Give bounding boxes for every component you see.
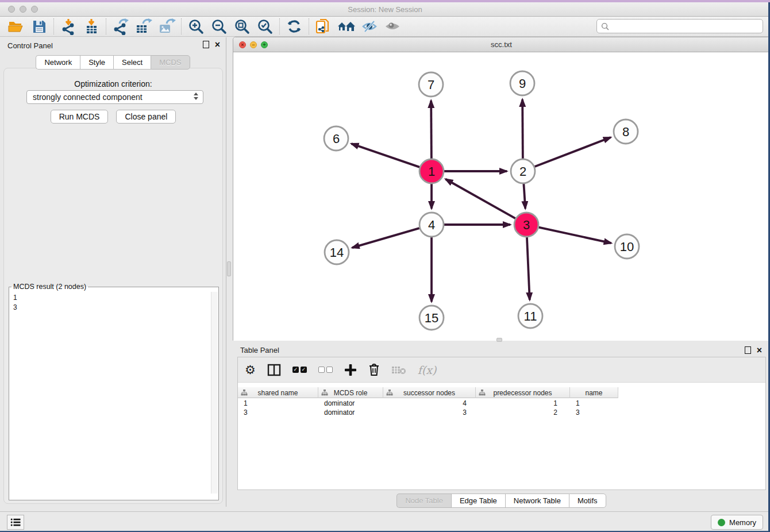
zoom-out-button[interactable] xyxy=(207,17,230,36)
column-header-successor-nodes[interactable]: successor nodes xyxy=(383,387,476,398)
zoom-selected-icon xyxy=(257,18,273,34)
graph-edge-2-9[interactable] xyxy=(522,99,523,159)
show-all-button[interactable] xyxy=(381,17,404,36)
import-table-button[interactable] xyxy=(80,17,103,36)
float-table-panel-icon[interactable] xyxy=(745,346,751,354)
zoom-out-icon xyxy=(211,18,227,34)
export-table-button[interactable] xyxy=(132,17,155,36)
graph-edge-1-7[interactable] xyxy=(431,101,432,159)
cell-successor-nodes[interactable]: 3 xyxy=(383,408,476,417)
graph-node-label: 6 xyxy=(333,132,340,146)
graph-edge-3-11[interactable] xyxy=(527,237,530,300)
close-panel-button[interactable]: Close panel xyxy=(116,110,176,124)
graph-edge-2-3[interactable] xyxy=(523,184,525,209)
open-session-button[interactable] xyxy=(5,17,28,36)
search-field[interactable] xyxy=(596,19,763,33)
column-header-predecessor-nodes[interactable]: predecessor nodes xyxy=(476,387,570,398)
toolbar-separator xyxy=(181,18,182,34)
network-graph[interactable]: 1234678910111415 xyxy=(233,52,769,341)
cell-predecessor-nodes[interactable]: 1 xyxy=(476,399,570,408)
column-header-label: predecessor nodes xyxy=(493,389,552,397)
gear-icon: ⚙ xyxy=(245,363,256,377)
zoom-selected-button[interactable] xyxy=(253,17,276,36)
task-history-button[interactable] xyxy=(7,515,24,530)
cell-MCDS-role[interactable]: dominator xyxy=(318,399,383,408)
column-header-shared-name[interactable]: shared name xyxy=(238,387,318,398)
clone-network-button[interactable] xyxy=(312,17,335,36)
delete-table-button[interactable] xyxy=(391,361,406,379)
home-button[interactable] xyxy=(335,17,358,36)
export-image-button[interactable] xyxy=(155,17,178,36)
memory-button[interactable]: Memory xyxy=(711,515,763,530)
column-type-icon xyxy=(386,390,393,396)
tab-style[interactable]: Style xyxy=(80,55,113,70)
delete-row-button[interactable] xyxy=(368,361,380,379)
graph-node-label: 4 xyxy=(428,218,435,232)
tab-select[interactable]: Select xyxy=(113,55,151,70)
tab-edge-table[interactable]: Edge Table xyxy=(451,494,505,508)
cell-name[interactable]: 3 xyxy=(570,408,618,417)
graph-node-label: 1 xyxy=(428,164,435,179)
graph-node-label: 10 xyxy=(620,240,634,254)
zoom-in-button[interactable] xyxy=(184,17,207,36)
cell-predecessor-nodes[interactable]: 2 xyxy=(476,408,570,417)
table-row[interactable]: 1dominator411 xyxy=(238,399,618,408)
deselect-all-button[interactable] xyxy=(318,361,333,379)
toolbar-separator xyxy=(53,18,54,34)
select-all-button[interactable]: ✓ ✓ xyxy=(292,361,307,379)
refresh-button[interactable] xyxy=(283,17,306,36)
import-network-button[interactable] xyxy=(57,17,80,36)
graph-edge-3-10[interactable] xyxy=(538,228,611,243)
canvas-splitter-handle[interactable] xyxy=(496,338,502,342)
cell-shared-name[interactable]: 3 xyxy=(238,408,318,417)
column-header-label: successor nodes xyxy=(403,389,455,397)
function-builder-button[interactable]: f(x) xyxy=(418,361,437,379)
float-panel-icon[interactable] xyxy=(203,41,209,48)
desktop-edge-top xyxy=(0,0,770,2)
network-window-titlebar[interactable]: × − + scc.txt xyxy=(233,37,769,52)
graph-node-label: 9 xyxy=(519,76,526,91)
table-panel-title: Table Panel xyxy=(240,346,279,354)
save-session-button[interactable] xyxy=(28,17,51,36)
graph-edge-4-14[interactable] xyxy=(352,228,419,248)
column-header-MCDS-role[interactable]: MCDS role xyxy=(318,387,383,398)
mcds-result-text[interactable]: 1 3 xyxy=(10,292,218,494)
control-panel-title: Control Panel xyxy=(7,41,53,50)
network-canvas[interactable]: 1234678910111415 xyxy=(233,52,769,341)
graph-edge-3-1[interactable] xyxy=(445,179,515,218)
panel-splitter-handle[interactable] xyxy=(227,261,231,276)
criterion-dropdown[interactable]: strongly connected component xyxy=(26,90,203,104)
graph-node-label: 15 xyxy=(425,311,438,325)
graph-node-label: 11 xyxy=(524,309,537,323)
mcds-tab-content: Optimization criterion: strongly connect… xyxy=(3,68,223,504)
cell-shared-name[interactable]: 1 xyxy=(238,399,318,408)
column-header-name[interactable]: name xyxy=(570,387,618,398)
search-input[interactable] xyxy=(612,21,763,32)
column-type-icon xyxy=(241,390,248,396)
result-scrollbar[interactable] xyxy=(211,292,218,494)
table-row[interactable]: 3dominator323 xyxy=(238,408,618,417)
close-panel-icon[interactable]: × xyxy=(215,41,220,48)
column-settings-button[interactable]: ⚙ xyxy=(245,361,256,379)
tab-network[interactable]: Network xyxy=(36,55,80,70)
cell-MCDS-role[interactable]: dominator xyxy=(318,408,383,417)
zoom-fit-button[interactable] xyxy=(230,17,253,36)
table-header-row: shared nameMCDS rolesuccessor nodesprede… xyxy=(238,387,618,398)
column-header-label: name xyxy=(585,389,602,397)
graph-edge-2-8[interactable] xyxy=(535,137,611,167)
search-icon xyxy=(601,22,609,30)
tab-network-table[interactable]: Network Table xyxy=(505,494,569,508)
run-mcds-button[interactable]: Run MCDS xyxy=(51,110,109,124)
add-row-button[interactable] xyxy=(344,361,357,379)
hide-selected-button[interactable] xyxy=(358,17,381,36)
tab-node-table[interactable]: Node Table xyxy=(396,494,451,508)
tab-mcds[interactable]: MCDS xyxy=(151,55,190,70)
save-icon xyxy=(32,19,47,34)
column-layout-button[interactable] xyxy=(267,361,281,379)
tab-motifs[interactable]: Motifs xyxy=(569,494,606,508)
graph-edge-1-6[interactable] xyxy=(351,144,419,167)
cell-successor-nodes[interactable]: 4 xyxy=(383,399,476,408)
export-network-button[interactable] xyxy=(109,17,132,36)
close-table-panel-icon[interactable]: × xyxy=(757,346,762,354)
cell-name[interactable]: 1 xyxy=(570,399,618,408)
